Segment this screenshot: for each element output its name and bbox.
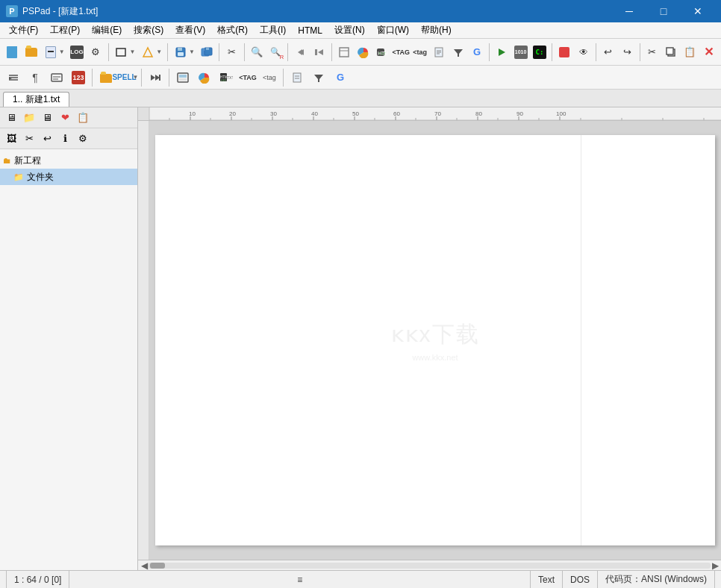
maximize-button[interactable]: □	[646, 0, 681, 22]
menu-view[interactable]: 查看(V)	[169, 22, 211, 39]
insert-dropdown[interactable]: ▼	[138, 42, 164, 63]
h-scroll-track[interactable]	[149, 563, 711, 569]
find-button[interactable]: 🔍	[248, 42, 266, 63]
sep-tb2-2	[141, 69, 142, 87]
file-dropdown[interactable]: ▼	[41, 42, 67, 63]
indent-button[interactable]	[3, 67, 24, 88]
sidebar: 🖥 📁 🖥 ❤ 📋 🖼 ✂ ↩ ℹ ⚙ 🖿 新工程 📁 文件夹	[0, 107, 138, 570]
frame-button[interactable]	[335, 42, 353, 63]
tb2-ctag-button[interactable]: <tag	[259, 67, 280, 88]
tb2-chart-button[interactable]	[194, 67, 215, 88]
shape-dropdown[interactable]: ▼	[111, 42, 137, 63]
save-all-button[interactable]	[198, 42, 216, 63]
save-dropdown[interactable]: ▼	[171, 42, 197, 63]
menu-settings[interactable]: 设置(N)	[328, 22, 371, 39]
sidebar-tool-undo[interactable]: ↩	[39, 131, 55, 147]
scroll-right-button[interactable]: ▶	[711, 561, 720, 570]
sep2	[167, 43, 168, 61]
sep3	[219, 43, 219, 61]
ctag-button[interactable]: <tag	[411, 42, 429, 63]
tb2-file-button[interactable]	[287, 67, 308, 88]
tb2-google-button[interactable]: G	[330, 67, 351, 88]
sidebar-icon-monitor[interactable]: 🖥	[3, 110, 19, 126]
view-toggle-button[interactable]: 👁	[575, 42, 593, 63]
file-icon-button[interactable]	[430, 42, 448, 63]
sidebar-icon-display[interactable]: 🖥	[39, 110, 55, 126]
tb2-html-button[interactable]: HTML #10 TXT	[216, 67, 237, 88]
ktag-button[interactable]: <TAG	[392, 42, 410, 63]
menu-search[interactable]: 搜索(S)	[128, 22, 169, 39]
stop-button[interactable]	[555, 42, 573, 63]
editor-area: 10 20 30 40 50 60 70 80 90 100	[138, 107, 721, 570]
paragraph-button[interactable]: ¶	[25, 67, 46, 88]
svg-text:100: 100	[556, 110, 566, 117]
h-scrollbar[interactable]: ◀ ▶	[138, 560, 721, 570]
sidebar-tool-cut[interactable]: ✂	[21, 131, 37, 147]
log-button[interactable]: LOG	[68, 42, 86, 63]
menu-html[interactable]: HTML	[292, 22, 328, 39]
tb2-frame-button[interactable]	[172, 67, 193, 88]
tb2-filter-button[interactable]	[308, 67, 329, 88]
undo-button[interactable]: ↩	[599, 42, 617, 63]
sidebar-icon-clip[interactable]: 📋	[75, 110, 91, 126]
sidebar-icon-heart[interactable]: ❤	[57, 110, 73, 126]
find-replace-button[interactable]: 🔍R	[266, 42, 284, 63]
scissors-button[interactable]: ✂	[643, 42, 661, 63]
redo-button[interactable]: ↪	[618, 42, 636, 63]
cut-button[interactable]: ✂	[222, 42, 240, 63]
svg-rect-4	[178, 52, 184, 56]
spellcheck-dropdown[interactable]: SPELL ▼	[117, 67, 138, 88]
code-button[interactable]: 123	[68, 67, 89, 88]
menu-format[interactable]: 格式(R)	[211, 22, 254, 39]
menu-project[interactable]: 工程(P)	[44, 22, 86, 39]
run-button[interactable]	[493, 42, 511, 63]
page-wrapper[interactable]: ᴋᴋx下载 www.kkx.net	[149, 121, 721, 560]
svg-marker-1	[143, 48, 152, 57]
sep-tb2-4	[283, 69, 284, 87]
delete-button[interactable]: ✕	[700, 42, 718, 63]
scroll-left-button[interactable]: ◀	[140, 561, 149, 570]
h-scroll-thumb[interactable]	[150, 563, 165, 569]
app-icon: P	[6, 5, 18, 17]
menu-window[interactable]: 窗口(W)	[371, 22, 415, 39]
wrap-button[interactable]	[46, 67, 67, 88]
sidebar-tool-settings[interactable]: ⚙	[75, 131, 91, 147]
codepage-label: 代码页：ANSI (Windows)	[605, 573, 707, 586]
tb2-ktag-button[interactable]: <TAG	[237, 67, 258, 88]
menu-edit[interactable]: 编辑(E)	[86, 22, 128, 39]
status-line-ending: DOS	[563, 571, 598, 588]
menu-tools[interactable]: 工具(I)	[254, 22, 292, 39]
sidebar-icon-folder[interactable]: 📁	[21, 110, 37, 126]
svg-rect-46	[138, 107, 149, 120]
sidebar-tools: 🖼 ✂ ↩ ℹ ⚙	[0, 128, 137, 149]
cmd-button[interactable]: C:	[531, 42, 549, 63]
nav-right-button[interactable]	[310, 42, 328, 63]
google-button[interactable]: G	[468, 42, 486, 63]
paste-button[interactable]: 📋	[681, 42, 699, 63]
chart-button[interactable]	[354, 42, 372, 63]
filter-button[interactable]	[449, 42, 466, 63]
sidebar-tool-info[interactable]: ℹ	[57, 131, 73, 147]
tree-root[interactable]: 🖿 新工程	[0, 152, 137, 169]
copy-button[interactable]	[662, 42, 680, 63]
close-button[interactable]: ✕	[681, 0, 715, 22]
menu-file[interactable]: 文件(F)	[3, 22, 44, 39]
svg-rect-35	[179, 78, 187, 81]
editor-page[interactable]: ᴋᴋx下载 www.kkx.net	[155, 135, 715, 545]
new-button[interactable]	[3, 42, 21, 63]
watermark: ᴋᴋx下载 www.kkx.net	[391, 319, 480, 362]
svg-marker-19	[454, 49, 463, 57]
settings-btn[interactable]: ⚙	[87, 42, 104, 63]
svg-rect-9	[315, 49, 317, 55]
tree-folder[interactable]: 📁 文件夹	[0, 169, 137, 185]
nav-left-button[interactable]	[291, 42, 309, 63]
open-button[interactable]	[22, 42, 40, 63]
sidebar-tool-image[interactable]: 🖼	[3, 131, 19, 147]
counter-button[interactable]: 1010	[511, 42, 529, 63]
menu-help[interactable]: 帮助(H)	[415, 22, 458, 39]
tag-button[interactable]: HTML TXT	[373, 42, 391, 63]
skip-button[interactable]	[145, 67, 166, 88]
minimize-button[interactable]: ─	[612, 0, 646, 22]
svg-rect-10	[340, 48, 349, 57]
tab-file[interactable]: 1.. 新建1.txt	[3, 92, 69, 107]
